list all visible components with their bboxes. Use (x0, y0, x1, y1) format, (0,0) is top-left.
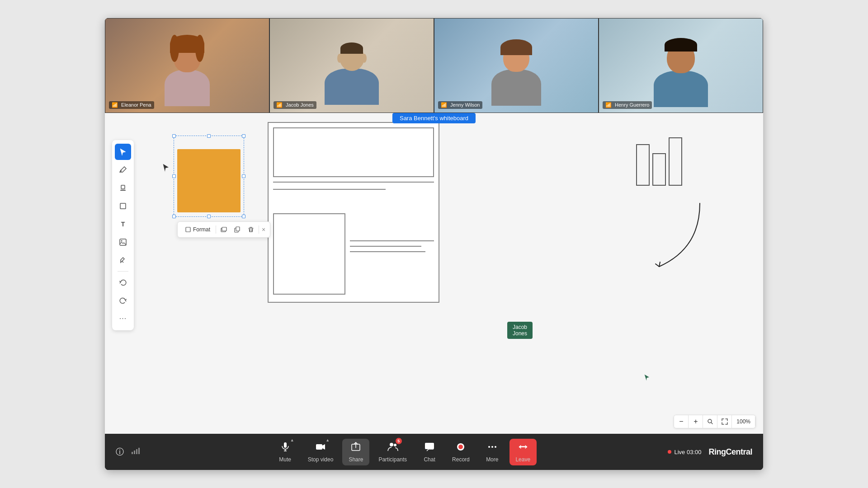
pen-tool-button[interactable] (115, 162, 131, 178)
more-tools-button[interactable]: ··· (115, 310, 131, 327)
orange-rectangle[interactable] (177, 149, 241, 212)
handle-top-left[interactable] (172, 134, 176, 138)
format-toolbar: Format × (177, 221, 270, 238)
zoom-out-button[interactable]: − (674, 415, 689, 428)
participants-label: Participants (378, 456, 407, 463)
handle-mid-left[interactable] (172, 174, 176, 178)
handle-bot-left[interactable] (172, 215, 176, 218)
select-tool-button[interactable] (115, 144, 131, 160)
svg-rect-1 (120, 190, 126, 191)
zoom-fit-button[interactable] (717, 415, 732, 428)
undo-button[interactable] (115, 274, 131, 291)
text-tool-button[interactable]: T (115, 216, 131, 232)
shape-tool-button[interactable] (115, 198, 131, 214)
wireframe-right-line-3 (350, 251, 425, 252)
redo-button[interactable] (115, 292, 131, 309)
svg-point-4 (121, 240, 123, 242)
mute-label: Mute (279, 456, 291, 463)
stop-video-label: Stop video (308, 456, 334, 463)
wireframe-lines (273, 182, 434, 196)
toolbar-divider (118, 271, 128, 272)
bottom-left-area: ⓘ (116, 446, 140, 457)
delete-shape-button[interactable] (245, 224, 257, 235)
participants-button[interactable]: 5 Participants (373, 439, 412, 465)
svg-rect-0 (121, 185, 125, 189)
svg-point-27 (458, 445, 463, 449)
svg-rect-14 (132, 452, 133, 454)
live-timer: Live 03:00 (674, 449, 701, 455)
signal-icon (131, 447, 140, 456)
arrow-annotation (641, 194, 709, 276)
participant-video-henry[interactable]: 📶 Henry Guerrero (599, 18, 763, 113)
bottom-right-area: Live 03:00 RingCentral (668, 447, 752, 457)
svg-rect-17 (138, 448, 140, 454)
wireframe-top-box (273, 127, 434, 177)
svg-rect-25 (425, 443, 434, 449)
wireframe-right-line-1 (350, 240, 434, 241)
svg-rect-21 (316, 444, 322, 450)
handle-top-right[interactable] (242, 134, 245, 138)
svg-rect-7 (222, 227, 226, 231)
zoom-in-button[interactable]: + (689, 415, 703, 428)
mouse-cursor (161, 163, 170, 176)
stop-video-button[interactable]: ▲ Stop video (302, 439, 339, 465)
share-label: Share (349, 456, 363, 463)
leave-button[interactable]: Leave (509, 439, 537, 465)
drawing-toolbar: T ··· (112, 140, 134, 330)
chat-button[interactable]: Chat (416, 439, 443, 465)
wireframe-line-2 (273, 189, 386, 190)
leave-label: Leave (515, 456, 530, 463)
zoom-level-display: 100% (732, 415, 755, 428)
copy-button[interactable] (231, 224, 243, 235)
jacob-jones-label: Jacob Jones (507, 322, 533, 339)
svg-point-30 (495, 446, 496, 448)
share-button[interactable]: Share (342, 439, 369, 465)
live-dot (668, 450, 671, 454)
handle-mid-right[interactable] (242, 174, 245, 178)
jacob-cursor-icon (643, 373, 652, 383)
more-label: More (486, 456, 498, 463)
svg-rect-15 (134, 450, 135, 454)
whiteboard-area[interactable]: T ··· (105, 113, 763, 434)
participant-video-eleanor[interactable]: 📶 Eleanor Pena (105, 18, 269, 113)
live-indicator: Live 03:00 (668, 449, 701, 455)
wireframe-outer (268, 122, 439, 303)
svg-point-28 (488, 446, 490, 448)
svg-rect-11 (653, 154, 665, 185)
selected-shape-container[interactable] (177, 149, 241, 212)
format-sep-2 (259, 225, 259, 234)
more-button[interactable]: More (479, 439, 506, 465)
mute-button[interactable]: ▲ Mute (272, 439, 299, 465)
participant-name-jenny: 📶 Jenny Wilson (438, 101, 482, 109)
record-button[interactable]: Record (447, 439, 475, 465)
image-tool-button[interactable] (115, 234, 131, 250)
handle-top-mid[interactable] (207, 134, 211, 138)
layer-button[interactable] (218, 224, 230, 235)
participant-strip: 📶 Eleanor Pena 📶 (105, 18, 763, 113)
svg-point-24 (394, 444, 396, 446)
chat-label: Chat (424, 456, 435, 463)
info-icon[interactable]: ⓘ (116, 446, 124, 457)
handle-bot-mid[interactable] (207, 215, 211, 218)
zoom-search-button[interactable] (703, 415, 717, 428)
participant-name-henry: 📶 Henry Guerrero (603, 101, 652, 109)
format-close-button[interactable]: × (261, 225, 266, 234)
participants-badge: 5 (396, 438, 402, 444)
participant-video-jacob[interactable]: 📶 Jacob Jones (269, 18, 434, 113)
arrow-svg (641, 194, 713, 285)
svg-point-29 (491, 446, 493, 448)
bar-chart-svg (627, 131, 691, 194)
svg-rect-3 (120, 239, 126, 245)
format-sep-1 (216, 225, 216, 234)
bottom-bar: ⓘ ▲ Mute (105, 434, 763, 470)
stamp-tool-button[interactable] (115, 180, 131, 196)
handle-bot-right[interactable] (242, 215, 245, 218)
app-window: 📶 Eleanor Pena 📶 (105, 18, 763, 470)
eraser-tool-button[interactable] (115, 252, 131, 268)
participant-video-jenny[interactable]: 📶 Jenny Wilson (434, 18, 599, 113)
record-label: Record (452, 456, 470, 463)
format-button[interactable]: Format (181, 225, 214, 234)
wireframe-mockup (268, 122, 439, 303)
svg-rect-5 (186, 227, 190, 232)
svg-rect-9 (236, 227, 240, 231)
